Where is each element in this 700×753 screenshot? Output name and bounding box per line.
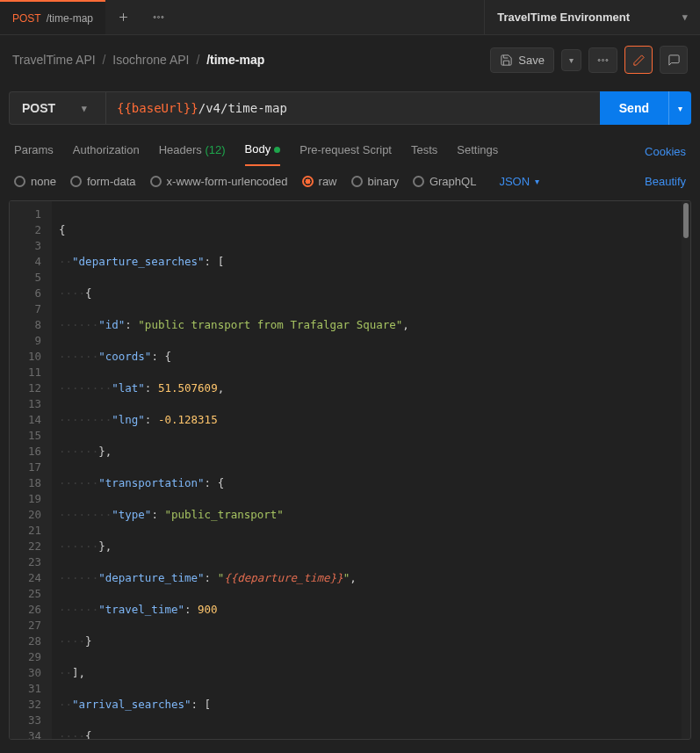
pencil-icon <box>632 54 646 67</box>
headers-count: (12) <box>205 143 225 156</box>
beautify-button[interactable]: Beautify <box>645 175 686 188</box>
body-type-raw[interactable]: raw <box>302 175 337 188</box>
breadcrumb-folder[interactable]: Isochrone API <box>112 53 189 67</box>
breadcrumb-collection[interactable]: TravelTime API <box>12 53 96 67</box>
body-type-form-data-label: form-data <box>87 175 136 188</box>
body-type-binary-label: binary <box>368 175 399 188</box>
body-type-none[interactable]: none <box>14 175 56 188</box>
request-subtabs: Params Authorization Headers (12) Body P… <box>0 132 700 166</box>
chevron-down-icon: ▾ <box>682 11 688 23</box>
send-options-button[interactable]: ▾ <box>668 91 691 125</box>
environment-selector[interactable]: TravelTime Environment ▾ <box>484 0 700 34</box>
url-path: /v4/time-map <box>198 101 287 115</box>
tab-method: POST <box>12 12 41 25</box>
radio-icon <box>351 176 363 187</box>
tab-params[interactable]: Params <box>14 138 54 165</box>
send-label: Send <box>619 101 649 115</box>
breadcrumb-bar: TravelTime API / Isochrone API / /time-m… <box>0 35 700 84</box>
radio-icon <box>302 176 314 187</box>
url-input[interactable]: {{baseUrl}}/v4/time-map <box>105 91 600 125</box>
body-type-none-label: none <box>31 175 56 188</box>
editor-scrollbar[interactable] <box>682 201 690 739</box>
request-tab[interactable]: POST /time-map <box>0 0 105 34</box>
radio-icon <box>413 176 424 187</box>
body-type-graphql[interactable]: GraphQL <box>413 175 476 188</box>
save-label: Save <box>518 54 545 67</box>
tabs-bar: POST /time-map TravelTime Environment ▾ <box>0 0 700 35</box>
save-icon <box>500 54 513 67</box>
method-select[interactable]: POST ▾ <box>9 91 105 125</box>
radio-icon <box>70 176 82 187</box>
tab-authorization[interactable]: Authorization <box>73 138 140 165</box>
comments-button[interactable] <box>660 46 688 74</box>
tab-headers-label: Headers <box>159 143 202 156</box>
body-type-binary[interactable]: binary <box>351 175 399 188</box>
radio-icon <box>14 176 25 187</box>
body-editor[interactable]: 12345678910 11121314151617181920 2122232… <box>9 200 691 740</box>
svg-point-2 <box>161 17 162 18</box>
dots-horizontal-icon <box>596 54 610 67</box>
documentation-button[interactable] <box>624 46 653 74</box>
body-type-raw-label: raw <box>319 175 337 188</box>
dots-horizontal-icon <box>152 11 165 24</box>
tabs-overflow-button[interactable] <box>141 0 176 34</box>
body-type-urlencoded-label: x-www-form-urlencoded <box>167 175 288 188</box>
actions-menu-button[interactable] <box>588 47 617 73</box>
save-button[interactable]: Save <box>490 47 554 73</box>
body-type-urlencoded[interactable]: x-www-form-urlencoded <box>150 175 288 188</box>
svg-point-0 <box>154 17 155 18</box>
chevron-down-icon: ▾ <box>569 55 574 65</box>
chevron-down-icon: ▾ <box>678 104 682 113</box>
line-gutter: 12345678910 11121314151617181920 2122232… <box>10 201 52 739</box>
tab-prerequest[interactable]: Pre-request Script <box>299 138 392 165</box>
tab-body[interactable]: Body <box>245 137 281 166</box>
breadcrumb-sep: / <box>103 53 106 67</box>
chevron-down-icon: ▾ <box>82 103 87 114</box>
svg-point-1 <box>157 17 159 18</box>
breadcrumb: TravelTime API / Isochrone API / /time-m… <box>12 53 264 67</box>
method-value: POST <box>22 101 55 115</box>
tab-settings[interactable]: Settings <box>457 138 498 165</box>
tab-tests[interactable]: Tests <box>411 138 437 165</box>
url-variable: {{baseUrl}} <box>117 101 198 115</box>
svg-point-5 <box>606 59 608 61</box>
tab-headers[interactable]: Headers (12) <box>159 138 226 165</box>
body-type-graphql-label: GraphQL <box>429 175 476 188</box>
breadcrumb-sep: / <box>196 53 199 67</box>
body-indicator-dot <box>274 147 280 153</box>
plus-icon <box>117 11 130 24</box>
cookies-link[interactable]: Cookies <box>645 145 686 158</box>
tab-body-label: Body <box>245 142 271 156</box>
body-format-select[interactable]: JSON ▾ <box>499 175 539 188</box>
comment-icon <box>668 54 681 67</box>
svg-point-3 <box>598 59 600 61</box>
environment-name: TravelTime Environment <box>497 11 630 24</box>
scrollbar-thumb[interactable] <box>683 203 689 238</box>
breadcrumb-current: /time-map <box>206 53 264 67</box>
request-url-row: POST ▾ {{baseUrl}}/v4/time-map Send ▾ <box>0 84 700 132</box>
send-button[interactable]: Send <box>600 91 668 125</box>
tab-title: /time-map <box>47 12 93 25</box>
chevron-down-icon: ▾ <box>535 177 539 186</box>
svg-point-4 <box>603 59 604 61</box>
body-type-form-data[interactable]: form-data <box>70 175 136 188</box>
code-area[interactable]: { ··"departure_searches": [ ····{ ······… <box>52 201 690 739</box>
add-tab-button[interactable] <box>105 0 141 34</box>
body-type-row: none form-data x-www-form-urlencoded raw… <box>0 166 700 197</box>
body-format-label: JSON <box>499 175 530 188</box>
radio-icon <box>150 176 162 187</box>
save-options-button[interactable]: ▾ <box>561 49 581 71</box>
